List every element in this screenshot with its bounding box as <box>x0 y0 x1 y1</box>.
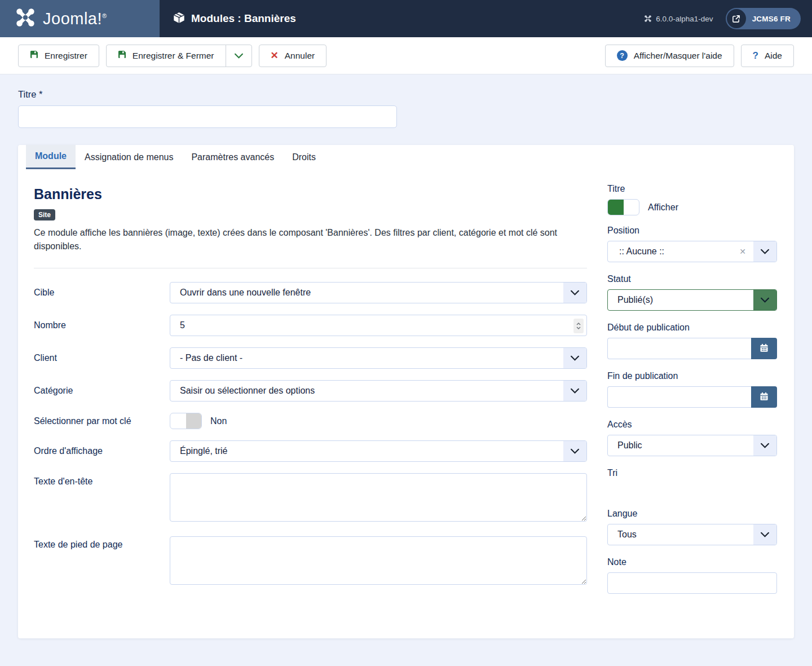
calendar-icon <box>760 392 769 403</box>
count-label: Nombre <box>34 320 170 330</box>
help-button[interactable]: ? Aide <box>741 45 794 67</box>
external-link-icon <box>727 9 746 28</box>
ordering-position-label: Tri <box>607 468 777 478</box>
keyword-toggle[interactable] <box>170 413 202 429</box>
calendar-button[interactable] <box>751 338 777 359</box>
footer-text-textarea[interactable] <box>170 536 587 585</box>
clear-x-icon[interactable]: ✕ <box>739 247 746 256</box>
chevron-down-icon <box>563 283 586 303</box>
publish-start-input[interactable] <box>607 338 751 359</box>
cancel-x-icon: ✕ <box>271 51 279 60</box>
note-input[interactable] <box>607 572 777 594</box>
chevron-down-icon <box>753 435 776 456</box>
client-label: Client <box>34 353 170 363</box>
status-label: Statut <box>607 274 777 284</box>
tab-advanced[interactable]: Paramètres avancés <box>182 145 283 169</box>
target-select[interactable]: Ouvrir dans une nouvelle fenêtre <box>170 282 587 303</box>
joomla-version-icon <box>644 15 652 23</box>
ordering-label: Ordre d'affichage <box>34 446 170 456</box>
toggle-help-button[interactable]: ? Afficher/Masquer l'aide <box>605 45 734 67</box>
status-select[interactable]: Publié(s) <box>607 289 777 311</box>
app-header: Joomla!® Modules : Bannières 6.0.0-alpha… <box>0 0 812 37</box>
position-combobox[interactable]: :: Aucune :: ✕ <box>607 241 777 262</box>
tab-module[interactable]: Module <box>26 145 76 169</box>
module-edit-card: Module Assignation de menus Paramètres a… <box>18 145 794 638</box>
stepper-arrows-icon[interactable] <box>573 319 584 333</box>
ordering-select[interactable]: Épinglé, trié <box>170 440 587 462</box>
tab-permissions[interactable]: Droits <box>283 145 325 169</box>
target-label: Cible <box>34 288 170 298</box>
question-mark-icon: ? <box>753 50 758 61</box>
chevron-down-icon <box>563 348 586 368</box>
publish-start-label: Début de publication <box>607 323 777 333</box>
divider <box>34 268 587 268</box>
header-text-textarea[interactable] <box>170 473 587 522</box>
joomla-logo: Joomla!® <box>0 0 160 37</box>
chevron-down-icon <box>563 441 586 461</box>
cancel-button[interactable]: ✕ Annuler <box>259 45 327 67</box>
header-text-label: Texte d'en-tête <box>34 473 170 487</box>
joomla-logo-text: Joomla!® <box>43 10 107 28</box>
chevron-down-icon <box>753 290 776 310</box>
module-description: Ce module affiche les bannières (image, … <box>34 226 564 253</box>
client-select[interactable]: - Pas de client - <box>170 347 587 369</box>
chevron-down-icon <box>563 381 586 401</box>
module-cube-icon <box>173 12 185 26</box>
help-circle-icon: ? <box>617 50 628 61</box>
save-close-button-group: Enregistrer & Fermer <box>106 45 252 67</box>
language-select[interactable]: Tous <box>607 524 777 545</box>
tab-bar: Module Assignation de menus Paramètres a… <box>18 145 794 169</box>
language-label: Langue <box>607 509 777 519</box>
page-title: Modules : Bannières <box>160 0 296 37</box>
save-icon <box>30 50 38 61</box>
count-stepper[interactable]: 5 <box>170 315 587 336</box>
site-badge: Site <box>34 209 55 220</box>
access-select[interactable]: Public <box>607 435 777 456</box>
save-icon <box>118 50 126 61</box>
chevron-down-icon <box>753 241 776 262</box>
save-button[interactable]: Enregistrer <box>18 45 99 67</box>
footer-text-label: Texte de pied de page <box>34 536 170 550</box>
keyword-toggle-state: Non <box>210 416 227 426</box>
category-label: Catégorie <box>34 386 170 396</box>
keyword-label: Sélectionner par mot clé <box>34 416 170 426</box>
note-label: Note <box>607 557 777 567</box>
publish-end-input[interactable] <box>607 386 751 408</box>
save-options-dropdown-button[interactable] <box>226 45 252 67</box>
show-title-label: Titre <box>607 184 777 194</box>
module-heading: Bannières <box>34 186 587 202</box>
calendar-button[interactable] <box>751 386 777 408</box>
save-close-button[interactable]: Enregistrer & Fermer <box>106 45 226 67</box>
title-input[interactable] <box>18 105 397 128</box>
preview-site-button[interactable]: JCMS6 FR <box>726 8 801 29</box>
show-title-toggle[interactable] <box>607 199 639 215</box>
access-label: Accès <box>607 420 777 430</box>
joomla-logo-icon <box>15 7 36 30</box>
publish-end-label: Fin de publication <box>607 371 777 381</box>
category-select[interactable]: Saisir ou sélectionner des options <box>170 380 587 402</box>
toolbar: Enregistrer Enregistrer & Fermer ✕ Annul… <box>0 37 812 74</box>
chevron-down-icon <box>235 51 243 61</box>
chevron-down-icon <box>753 524 776 545</box>
tab-menu-assignment[interactable]: Assignation de menus <box>76 145 182 169</box>
show-title-toggle-state: Afficher <box>648 202 678 213</box>
calendar-icon <box>760 343 769 354</box>
title-field-label: Titre * <box>18 89 794 100</box>
version-indicator: 6.0.0-alpha1-dev <box>644 15 713 23</box>
position-label: Position <box>607 226 777 236</box>
